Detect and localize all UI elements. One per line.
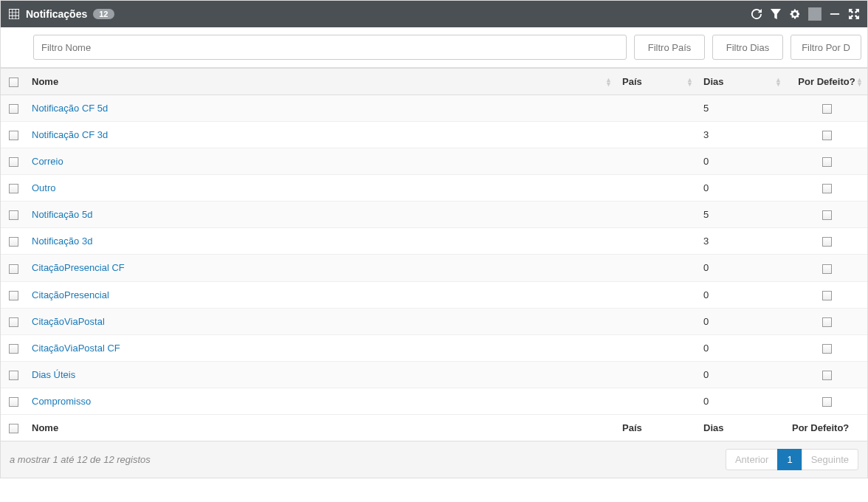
select-all-footer-checkbox[interactable] <box>9 424 18 433</box>
next-button[interactable]: Seguinte <box>802 449 858 470</box>
row-def-checkbox[interactable] <box>822 291 832 300</box>
row-nome-link[interactable]: Notificação CF 3d <box>32 129 108 140</box>
footer-nome: Nome <box>26 414 616 441</box>
page-1-button[interactable]: 1 <box>777 449 802 470</box>
row-dias: 0 <box>698 175 786 202</box>
table-row: CitaçãoPresencial0 <box>1 281 867 308</box>
row-nome-link[interactable]: CitaçãoViaPostal CF <box>32 343 120 354</box>
table-row: CitaçãoViaPostal CF0 <box>1 334 867 361</box>
minimize-icon[interactable] <box>829 8 841 20</box>
table-row: Compromisso0 <box>1 388 867 414</box>
row-pais <box>616 95 698 122</box>
row-nome-link[interactable]: CitaçãoViaPostal <box>32 316 105 327</box>
row-pais <box>616 148 698 175</box>
row-checkbox[interactable] <box>9 291 18 300</box>
row-def-checkbox[interactable] <box>822 157 832 167</box>
sort-icon: ▲▼ <box>856 78 863 86</box>
gear-icon[interactable] <box>789 8 801 20</box>
prev-button[interactable]: Anterior <box>726 449 779 470</box>
row-checkbox[interactable] <box>9 237 18 247</box>
notifications-panel: Notificações 12 <box>0 0 868 478</box>
filter-def-input[interactable] <box>790 35 861 60</box>
panel-title: Notificações <box>26 8 87 20</box>
row-dias: 3 <box>698 228 786 255</box>
row-pais <box>616 202 698 228</box>
header-dias[interactable]: Dias ▲▼ <box>698 69 786 95</box>
footer-pais: País <box>616 414 698 441</box>
row-def-checkbox[interactable] <box>822 131 832 140</box>
row-checkbox[interactable] <box>9 131 18 140</box>
row-nome-link[interactable]: Notificação CF 5d <box>32 103 108 114</box>
row-dias: 0 <box>698 308 786 334</box>
panel-header: Notificações 12 <box>1 1 867 27</box>
row-def-checkbox[interactable] <box>822 317 832 327</box>
footer-dias: Dias <box>698 414 786 441</box>
table-row: Notificação CF 3d3 <box>1 122 867 148</box>
filter-pais-input[interactable] <box>634 35 705 60</box>
row-checkbox[interactable] <box>9 157 18 167</box>
row-nome-link[interactable]: Compromisso <box>32 396 91 407</box>
row-checkbox[interactable] <box>9 317 18 327</box>
row-nome-link[interactable]: Notificação 3d <box>32 235 92 247</box>
select-all-checkbox[interactable] <box>9 78 18 87</box>
row-checkbox[interactable] <box>9 184 18 193</box>
row-nome-link[interactable]: Outro <box>32 182 56 193</box>
header-def[interactable]: Por Defeito? ▲▼ <box>786 69 867 95</box>
row-checkbox[interactable] <box>9 344 18 354</box>
row-pais <box>616 361 698 388</box>
table-row: Dias Úteis0 <box>1 361 867 388</box>
row-def-checkbox[interactable] <box>822 104 832 114</box>
row-def-checkbox[interactable] <box>822 371 832 380</box>
table-row: Notificação 3d3 <box>1 228 867 255</box>
row-dias: 5 <box>698 202 786 228</box>
expand-icon[interactable] <box>848 8 860 20</box>
sort-icon: ▲▼ <box>605 78 612 86</box>
row-checkbox[interactable] <box>9 104 18 114</box>
header-nome[interactable]: Nome ▲▼ <box>26 69 616 95</box>
row-pais <box>616 388 698 414</box>
row-def-checkbox[interactable] <box>822 264 832 274</box>
pagination: Anterior 1 Seguinte <box>726 449 858 470</box>
row-pais <box>616 122 698 148</box>
refresh-icon[interactable] <box>751 8 762 20</box>
row-pais <box>616 255 698 281</box>
row-def-checkbox[interactable] <box>822 344 832 354</box>
color-swatch[interactable] <box>808 7 822 21</box>
row-nome-link[interactable]: CitaçãoPresencial <box>32 289 109 300</box>
row-checkbox[interactable] <box>9 264 18 274</box>
header-pais[interactable]: País ▲▼ <box>616 69 698 95</box>
row-def-checkbox[interactable] <box>822 237 832 247</box>
data-table: Nome ▲▼ País ▲▼ Dias ▲▼ Por Defeito? ▲▼ … <box>1 68 867 441</box>
row-dias: 0 <box>698 255 786 281</box>
row-def-checkbox[interactable] <box>822 210 832 220</box>
sort-icon: ▲▼ <box>775 78 782 86</box>
panel-footer: a mostrar 1 até 12 de 12 registos Anteri… <box>1 441 867 478</box>
row-nome-link[interactable]: CitaçãoPresencial CF <box>32 262 125 273</box>
header-checkbox-cell <box>1 69 26 95</box>
row-dias: 0 <box>698 281 786 308</box>
row-pais <box>616 228 698 255</box>
row-def-checkbox[interactable] <box>822 184 832 193</box>
table-icon <box>8 8 20 20</box>
row-checkbox[interactable] <box>9 210 18 220</box>
row-nome-link[interactable]: Correio <box>32 156 63 167</box>
table-row: Outro0 <box>1 175 867 202</box>
row-dias: 0 <box>698 361 786 388</box>
filter-icon[interactable] <box>770 8 782 20</box>
row-checkbox[interactable] <box>9 371 18 380</box>
sort-icon: ▲▼ <box>686 78 693 86</box>
row-dias: 0 <box>698 388 786 414</box>
row-def-checkbox[interactable] <box>822 397 832 407</box>
row-pais <box>616 175 698 202</box>
row-pais <box>616 281 698 308</box>
filter-nome-input[interactable] <box>33 35 627 60</box>
footer-def: Por Defeito? <box>786 414 867 441</box>
svg-rect-0 <box>830 13 839 15</box>
table-row: Notificação 5d5 <box>1 202 867 228</box>
row-dias: 3 <box>698 122 786 148</box>
table-row: Correio0 <box>1 148 867 175</box>
row-nome-link[interactable]: Notificação 5d <box>32 209 92 220</box>
row-checkbox[interactable] <box>9 397 18 407</box>
row-nome-link[interactable]: Dias Úteis <box>32 369 75 380</box>
filter-dias-input[interactable] <box>712 35 783 60</box>
